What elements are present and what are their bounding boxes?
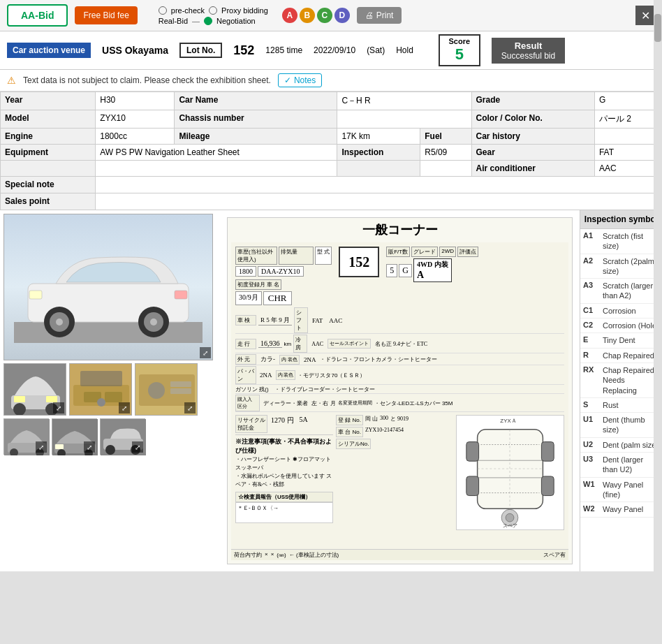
abcd-buttons: A B C D bbox=[282, 8, 350, 23]
main-car-image[interactable]: ⤢ bbox=[3, 214, 213, 360]
sales-point-value bbox=[96, 193, 662, 210]
svg-rect-8 bbox=[29, 291, 42, 299]
symbol-row-c1: C1Corrosion bbox=[580, 304, 662, 319]
air-value: AAC bbox=[594, 161, 661, 177]
thumb5-expand-icon[interactable]: ⤢ bbox=[84, 441, 95, 453]
chassis-label: Chassis number bbox=[175, 110, 337, 129]
button-b[interactable]: B bbox=[300, 8, 315, 23]
fuel-label: Fuel bbox=[420, 129, 471, 145]
notes-button[interactable]: ✓ Notes bbox=[278, 73, 322, 87]
car-history-value bbox=[594, 129, 661, 145]
symbol-row-r: RChap Repaired bbox=[580, 349, 662, 363]
symbol-row-u2: U2Dent (palm size) bbox=[580, 438, 662, 453]
svg-rect-9 bbox=[175, 291, 187, 299]
score-box: Score 5 bbox=[439, 34, 480, 66]
symbol-code-u1: U1 bbox=[583, 415, 600, 423]
symbol-code-w1: W1 bbox=[583, 480, 600, 488]
lot-times: 1285 time bbox=[265, 45, 302, 55]
thumbnail-exterior-front[interactable]: ⤢ bbox=[3, 363, 66, 416]
scrollbar-thumb[interactable] bbox=[654, 14, 661, 42]
button-c[interactable]: C bbox=[317, 8, 332, 23]
svg-rect-35 bbox=[55, 444, 64, 449]
car-name-label: Car Name bbox=[175, 92, 337, 110]
score-label: Score bbox=[447, 37, 472, 45]
thumb6-expand-icon[interactable]: ⤢ bbox=[132, 441, 143, 453]
symbol-desc-r: Chap Repaired bbox=[603, 351, 654, 360]
button-a[interactable]: A bbox=[282, 8, 297, 23]
thumb3-expand-icon[interactable]: ⤢ bbox=[184, 402, 196, 414]
svg-point-4 bbox=[56, 319, 63, 325]
color-value: パール 2 bbox=[594, 110, 661, 129]
svg-rect-18 bbox=[80, 371, 122, 386]
thumbnail-row-1: ⤢ ⤢ bbox=[3, 363, 216, 416]
symbol-desc-w1: Wavy Panel (fine) bbox=[603, 480, 659, 500]
venue-name: USS Okayama bbox=[102, 45, 168, 56]
svg-rect-15 bbox=[46, 396, 57, 402]
thumbnail-small-2[interactable]: ⤢ bbox=[52, 418, 97, 455]
notice-text: Text data is not subject to claim. Pleas… bbox=[23, 75, 271, 85]
gear-value: FAT bbox=[594, 145, 661, 161]
thumbnail-row-2: ⤢ ⤢ bbox=[3, 418, 216, 455]
thumbnail-interior2[interactable]: ⤢ bbox=[135, 363, 198, 416]
symbol-desc-a2: Scratch (2palm size) bbox=[603, 256, 659, 277]
car-name-jp-field: CHR bbox=[263, 291, 292, 305]
svg-point-53 bbox=[506, 513, 514, 522]
notice-bar: ⚠ Text data is not subject to claim. Ple… bbox=[0, 70, 662, 92]
symbol-desc-u3: Dent (larger than U2) bbox=[603, 455, 659, 475]
scrollbar[interactable] bbox=[654, 0, 662, 571]
symbol-row-a2: A2Scratch (2palm size) bbox=[580, 254, 662, 279]
car-silhouette bbox=[14, 231, 203, 343]
result-value: Successful bid bbox=[501, 51, 555, 61]
equipment-value: AW PS PW Navigation Leather Sheet bbox=[96, 145, 337, 161]
aa-bid-button[interactable]: AA-Bid bbox=[7, 4, 68, 27]
negotiation-radio[interactable] bbox=[204, 17, 212, 25]
symbol-list: A1Scratch (fist size)A2Scratch (2palm si… bbox=[580, 229, 662, 518]
symbol-code-e: E bbox=[583, 335, 600, 344]
symbol-code-u3: U3 bbox=[583, 455, 600, 463]
free-bid-button[interactable]: Free Bid fee bbox=[75, 6, 137, 24]
thumb2-expand-icon[interactable]: ⤢ bbox=[119, 402, 130, 414]
symbol-code-u2: U2 bbox=[583, 440, 600, 448]
thumbnail-small-3[interactable]: ⤢ bbox=[100, 418, 145, 455]
bid-options: pre-check Proxy bidding Real-Bid — Negot… bbox=[159, 6, 268, 25]
symbol-desc-u2: Dent (palm size) bbox=[603, 440, 659, 450]
svg-point-21 bbox=[97, 398, 105, 407]
svg-point-24 bbox=[148, 382, 165, 399]
thumbnail-interior[interactable]: ⤢ bbox=[69, 363, 132, 416]
proxy-bidding-radio[interactable] bbox=[209, 6, 217, 15]
ac-field: AAC bbox=[327, 317, 344, 324]
color-jp-field: 2NA bbox=[302, 356, 318, 363]
inspection-symbol-panel: Inspection symbol A1Scratch (fist size)A… bbox=[580, 210, 662, 571]
symbol-code-c1: C1 bbox=[583, 306, 600, 314]
main-image-expand-icon[interactable]: ⤢ bbox=[200, 347, 211, 358]
engine-value: 1800cc bbox=[96, 129, 175, 145]
symbol-desc-a1: Scratch (fist size) bbox=[603, 231, 659, 251]
lot-no-value: 152 bbox=[233, 43, 254, 58]
svg-text:スペア: スペア bbox=[503, 523, 517, 528]
svg-rect-41 bbox=[478, 430, 543, 509]
symbol-row-a3: A3Scratch (larger than A2) bbox=[580, 279, 662, 304]
thumb4-expand-icon[interactable]: ⤢ bbox=[36, 441, 47, 453]
lot-bar: Car auction venue USS Okayama Lot No. 15… bbox=[0, 31, 662, 70]
svg-rect-49 bbox=[541, 442, 554, 462]
year-label: Year bbox=[1, 92, 96, 110]
result-box: Result Successful bid bbox=[492, 38, 565, 64]
pre-check-radio[interactable] bbox=[159, 6, 167, 15]
sales-point-label: Sales point bbox=[1, 193, 96, 210]
sheet-title: 一般コーナー bbox=[231, 221, 568, 238]
symbol-desc-w2: Wavy Panel bbox=[603, 504, 643, 514]
equipment-label: Equipment bbox=[1, 145, 96, 161]
thumbnail-small-1[interactable]: ⤢ bbox=[3, 418, 49, 455]
svg-point-7 bbox=[150, 319, 157, 325]
svg-point-38 bbox=[105, 445, 115, 455]
symbol-row-a1: A1Scratch (fist size) bbox=[580, 229, 662, 254]
thumb1-expand-icon[interactable]: ⤢ bbox=[53, 402, 64, 414]
print-button[interactable]: 🖨 Print bbox=[357, 7, 402, 24]
close-button[interactable]: ✕ bbox=[635, 6, 655, 25]
lot-no-tag: Lot No. bbox=[179, 43, 222, 58]
inspection-value2 bbox=[420, 161, 471, 177]
symbol-row-u1: U1Dent (thumb size) bbox=[580, 413, 662, 438]
symbol-row-c2: C2Corrosion (Hole) bbox=[580, 319, 662, 333]
result-label: Result bbox=[501, 41, 555, 51]
button-d[interactable]: D bbox=[334, 8, 350, 23]
